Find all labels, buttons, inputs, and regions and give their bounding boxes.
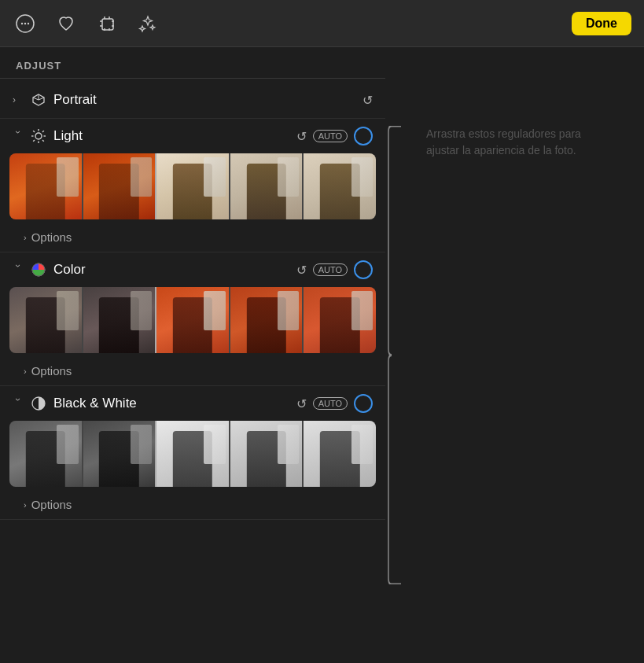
cube-icon: [30, 91, 47, 109]
color-header[interactable]: › Color ↺ AUTO: [0, 252, 385, 287]
bw-icon: [30, 395, 47, 412]
portrait-reset-icon[interactable]: ↺: [362, 93, 373, 108]
color-auto-badge[interactable]: AUTO: [313, 263, 348, 276]
bw-strip-cell-5[interactable]: [304, 421, 376, 487]
callout-area: Arrastra estos reguladores para ajustar …: [385, 47, 644, 663]
section-light: › Light ↺: [0, 119, 385, 252]
heart-icon[interactable]: [53, 11, 79, 36]
portrait-chevron: ›: [13, 94, 24, 105]
color-strip-cell-5[interactable]: [304, 287, 376, 353]
svg-line-8: [39, 98, 44, 100]
color-title: Color: [53, 262, 290, 278]
bw-title: Black & White: [53, 396, 290, 411]
color-icon: [30, 261, 47, 278]
light-reset-icon[interactable]: ↺: [296, 129, 307, 144]
light-options-chevron: ›: [24, 233, 27, 242]
light-options[interactable]: › Options: [0, 226, 385, 252]
bw-strip[interactable]: [9, 421, 376, 487]
svg-line-7: [33, 98, 39, 100]
callout-text: Arrastra estos reguladores para ajustar …: [426, 126, 583, 159]
adjust-header: ADJUST: [0, 47, 385, 79]
color-options-label: Options: [31, 364, 72, 378]
light-strip-cell-5[interactable]: [304, 153, 376, 219]
color-strip-cell-1[interactable]: [9, 287, 82, 353]
crop-icon[interactable]: [94, 11, 120, 36]
color-strip-cell-4[interactable]: [230, 287, 303, 353]
bw-auto-badge[interactable]: AUTO: [313, 397, 348, 410]
color-reset-icon[interactable]: ↺: [296, 263, 307, 278]
color-toggle[interactable]: [354, 260, 373, 279]
bw-chevron: ›: [13, 398, 24, 409]
color-strip-cell-2[interactable]: [83, 287, 156, 353]
bw-options-label: Options: [31, 498, 72, 511]
portrait-controls: ↺: [362, 93, 373, 108]
light-header[interactable]: › Light ↺: [0, 119, 385, 153]
svg-point-1: [21, 22, 23, 24]
sun-icon: [30, 127, 47, 145]
color-strip[interactable]: [9, 287, 376, 353]
light-strip[interactable]: [9, 153, 376, 219]
light-strip-cell-3[interactable]: [156, 153, 229, 219]
bw-controls: ↺ AUTO: [296, 394, 373, 413]
svg-line-16: [42, 131, 44, 132]
svg-rect-4: [102, 19, 113, 30]
main-layout: ADJUST › Portrait ↺ ›: [0, 47, 644, 663]
topbar: Done: [0, 0, 644, 47]
bw-strip-cell-2[interactable]: [83, 421, 156, 487]
svg-point-9: [35, 133, 42, 139]
done-button[interactable]: Done: [572, 12, 631, 35]
light-title: Light: [53, 128, 290, 144]
light-strip-cell-4[interactable]: [230, 153, 303, 219]
bw-header[interactable]: › Black & White ↺ AUTO: [0, 386, 385, 421]
bw-reset-icon[interactable]: ↺: [296, 396, 307, 411]
svg-line-17: [33, 140, 35, 142]
light-auto-badge[interactable]: AUTO: [313, 130, 348, 142]
section-portrait[interactable]: › Portrait ↺: [0, 82, 385, 119]
color-controls: ↺ AUTO: [296, 260, 373, 279]
light-controls: ↺ AUTO: [296, 127, 373, 145]
svg-point-3: [28, 22, 29, 24]
light-strip-cell-2[interactable]: [83, 153, 156, 219]
light-options-label: Options: [31, 230, 72, 244]
bw-strip-cell-1[interactable]: [9, 421, 82, 487]
section-color: › Color ↺ AUTO: [0, 252, 385, 386]
sidebar: ADJUST › Portrait ↺ ›: [0, 47, 385, 663]
bw-strip-cell-4[interactable]: [230, 421, 303, 487]
bw-toggle[interactable]: [354, 394, 373, 413]
color-options-chevron: ›: [24, 366, 27, 376]
portrait-title: Portrait: [53, 92, 356, 108]
color-chevron: ›: [13, 264, 24, 275]
more-icon[interactable]: [13, 11, 38, 36]
color-options[interactable]: › Options: [0, 359, 385, 385]
magic-icon[interactable]: [135, 11, 160, 36]
light-strip-cell-1[interactable]: [9, 153, 82, 219]
bw-options[interactable]: › Options: [0, 493, 385, 519]
bw-options-chevron: ›: [24, 500, 27, 510]
color-strip-cell-3[interactable]: [156, 287, 229, 353]
bw-strip-cell-3[interactable]: [156, 421, 229, 487]
callout-bracket: [385, 126, 404, 584]
svg-line-14: [33, 131, 35, 132]
light-chevron: ›: [13, 131, 24, 142]
svg-line-15: [42, 140, 44, 142]
svg-point-2: [24, 22, 26, 24]
light-toggle[interactable]: [354, 127, 373, 145]
section-blackwhite: › Black & White ↺ AUTO: [0, 386, 385, 520]
